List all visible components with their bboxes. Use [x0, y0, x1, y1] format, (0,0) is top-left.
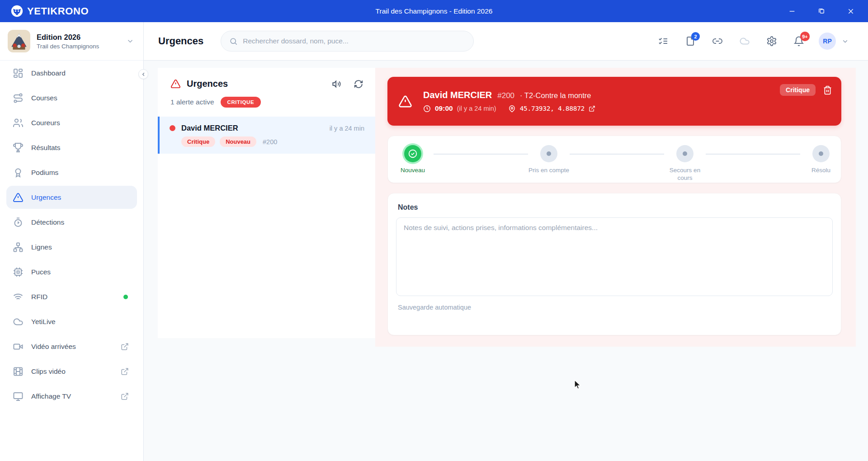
- step-secours-en-cours[interactable]: Secours en cours: [662, 145, 708, 182]
- step-connector: [434, 154, 528, 155]
- edition-logo: [8, 30, 30, 52]
- sidebar-item-label: Coureurs: [31, 119, 60, 127]
- clock-icon: [423, 105, 431, 113]
- sidebar-item-puces[interactable]: Puces: [6, 260, 137, 283]
- sidebar-item-rfid[interactable]: RFID: [6, 285, 137, 308]
- restore-button[interactable]: [815, 5, 828, 18]
- detail-race-name: · T2-Contre la montre: [520, 91, 591, 100]
- user-menu[interactable]: RP: [819, 33, 849, 50]
- chevron-down-icon: [126, 37, 134, 45]
- step-dot-icon: [812, 145, 830, 162]
- alert-list-item[interactable]: David MERCIER il y a 24 min Critique Nou…: [158, 117, 375, 154]
- chip-icon: [13, 267, 24, 278]
- detail-gps-coordinates[interactable]: 45.73932, 4.88872: [520, 105, 585, 112]
- alert-bib-number: #200: [263, 138, 277, 146]
- sidebar-item-label: YetiLive: [31, 318, 56, 326]
- external-link-icon[interactable]: [589, 105, 595, 112]
- link-icon[interactable]: [712, 36, 723, 47]
- edition-switcher[interactable]: Edition 2026 Trail des Champignons: [0, 22, 143, 61]
- sidebar-item-label: Affichage TV: [31, 392, 71, 400]
- alert-triangle-icon: [13, 192, 24, 203]
- search-icon: [229, 37, 238, 46]
- sidebar-item-affichage-tv[interactable]: Affichage TV: [6, 385, 137, 408]
- sidebar-item-label: Urgences: [31, 193, 61, 202]
- sidebar-item-resultats[interactable]: Résultats: [6, 136, 137, 159]
- severity-badge: CRITIQUE: [221, 97, 261, 108]
- film-icon: [13, 366, 24, 377]
- sidebar-item-podiums[interactable]: Podiums: [6, 161, 137, 184]
- tasks-icon[interactable]: [658, 36, 669, 47]
- step-dot-icon: [540, 145, 557, 162]
- sidebar-nav: Dashboard Courses Coureurs Résultats Pod…: [0, 61, 143, 408]
- step-connector: [570, 154, 664, 155]
- refresh-icon[interactable]: [354, 79, 363, 89]
- sidebar-item-dashboard[interactable]: Dashboard: [6, 61, 137, 85]
- notes-title: Notes: [398, 203, 833, 212]
- step-nouveau[interactable]: Nouveau: [383, 145, 442, 174]
- alert-time-ago: il y a 24 min: [330, 125, 364, 132]
- wifi-icon: [13, 292, 24, 302]
- step-label: Secours en cours: [662, 167, 708, 182]
- step-resolu[interactable]: Résolu: [792, 145, 850, 174]
- alert-status-dot: [170, 125, 175, 131]
- content-area: Urgences 1 alerte active CRITIQUE: [144, 61, 868, 461]
- sidebar-item-label: Lignes: [31, 243, 52, 251]
- sidebar-collapse-button[interactable]: [138, 69, 148, 79]
- trophy-icon: [13, 142, 24, 153]
- sidebar-item-label: Podiums: [31, 169, 58, 177]
- documents-badge: 2: [691, 32, 700, 41]
- user-avatar[interactable]: RP: [819, 33, 836, 50]
- chevron-down-icon: [841, 38, 849, 45]
- users-icon: [13, 118, 24, 128]
- sidebar-item-video-arrivees[interactable]: Vidéo arrivées: [6, 335, 137, 358]
- alert-tag-critique: Critique: [181, 136, 215, 147]
- notifications-badge: 9+: [800, 32, 810, 41]
- network-icon: [13, 242, 24, 253]
- sidebar-item-lignes[interactable]: Lignes: [6, 235, 137, 259]
- external-link-icon: [121, 367, 129, 376]
- sidebar-item-urgences[interactable]: Urgences: [6, 186, 137, 209]
- cloud-sync-icon[interactable]: [739, 36, 750, 47]
- search-bar[interactable]: [221, 31, 474, 52]
- route-icon: [13, 93, 24, 103]
- edition-title: Edition 2026: [37, 33, 99, 42]
- medal-icon: [13, 167, 24, 178]
- step-label: Pris en compte: [519, 167, 578, 174]
- step-label: Nouveau: [383, 167, 442, 174]
- close-button[interactable]: [844, 5, 857, 18]
- documents-icon[interactable]: 2: [685, 36, 696, 47]
- sidebar-item-label: Vidéo arrivées: [31, 343, 76, 351]
- window-titlebar: YETIKRONO Trail des Champignons - Editio…: [0, 0, 868, 22]
- sidebar-item-label: Dashboard: [31, 69, 66, 77]
- map-pin-icon: [508, 105, 516, 113]
- external-link-icon: [121, 343, 129, 351]
- edition-subtitle: Trail des Champignons: [37, 43, 99, 50]
- notes-card: Notes Sauvegarde automatique: [387, 193, 841, 335]
- notes-textarea[interactable]: [396, 217, 833, 296]
- autosave-label: Sauvegarde automatique: [398, 304, 833, 311]
- notifications-icon[interactable]: 9+: [793, 36, 804, 47]
- settings-icon[interactable]: [766, 36, 777, 47]
- sidebar-item-yetilive[interactable]: YetiLive: [6, 310, 137, 333]
- status-stepper: Nouveau Pris en compte Secours en cours …: [387, 136, 841, 183]
- step-pris-en-compte[interactable]: Pris en compte: [519, 145, 578, 174]
- alert-detail-pane: David MERCIER #200 · T2-Contre la montre…: [375, 68, 856, 347]
- sidebar-item-coureurs[interactable]: Coureurs: [6, 111, 137, 134]
- step-dot-icon: [676, 145, 693, 162]
- page-header: Urgences 2: [144, 22, 868, 61]
- minimize-button[interactable]: [786, 5, 798, 18]
- sidebar-item-label: Puces: [31, 268, 51, 276]
- external-link-icon: [121, 392, 129, 400]
- timer-icon: [13, 217, 24, 228]
- sound-toggle-icon[interactable]: [332, 79, 342, 89]
- step-label: Résolu: [792, 167, 850, 174]
- rfid-online-dot: [123, 295, 128, 299]
- search-input[interactable]: [243, 37, 465, 45]
- sidebar-item-detections[interactable]: Détections: [6, 211, 137, 234]
- check-circle-icon: [404, 145, 421, 162]
- sidebar-item-label: Clips vidéo: [31, 367, 66, 376]
- detail-time-ago: (il y a 24 min): [457, 105, 496, 112]
- sidebar-item-courses[interactable]: Courses: [6, 86, 137, 109]
- trash-icon[interactable]: [823, 85, 832, 95]
- sidebar-item-clips-video[interactable]: Clips vidéo: [6, 360, 137, 383]
